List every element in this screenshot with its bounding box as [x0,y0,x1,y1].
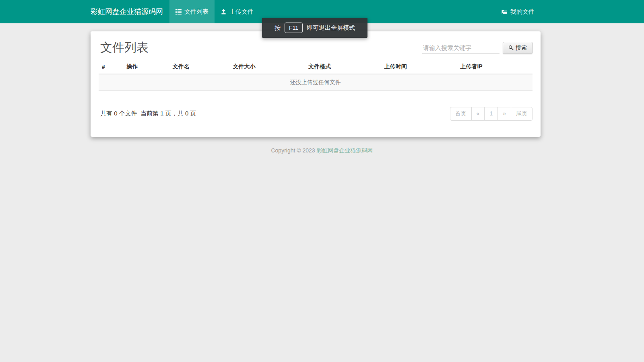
toast-message-text: 即可退出全屏模式 [307,24,355,32]
pagination-item: 1 [485,107,498,121]
summary-text: 页 [188,110,196,117]
panel-footer: 共有 0 个文件 当前第 1 页，共 0 页 首页 « 1 » 尾页 [99,107,533,121]
pagination: 首页 « 1 » 尾页 [450,107,533,121]
pagination-item: 尾页 [511,107,533,121]
f11-key-badge: F11 [285,23,303,33]
column-header-filesize: 文件大小 [230,60,305,74]
page-title: 文件列表 [100,39,149,56]
footer-site-link[interactable]: 彩虹网盘企业猫源码网 [317,147,373,154]
column-header-index: # [99,60,123,74]
nav-item-my-files[interactable]: 我的文件 [495,0,541,23]
column-header-uploader-ip: 上传者IP [457,60,533,74]
panel-header: 文件列表 搜索 [100,39,533,56]
search-input[interactable] [422,42,500,53]
search-bar: 搜索 [422,42,533,54]
summary-total-pages: 0 [185,110,188,117]
list-icon [175,9,182,15]
summary-current-page: 1 [160,110,163,117]
upload-icon [221,9,227,15]
nav-item-label: 我的文件 [510,8,535,16]
search-button[interactable]: 搜索 [503,42,533,54]
pagination-next-button[interactable]: » [497,107,511,121]
page-footer: Copyright © 2023 彩虹网盘企业猫源码网 [0,147,644,154]
fullscreen-exit-toast: 按 F11 即可退出全屏模式 [262,18,367,38]
summary-total-files: 0 [114,110,117,117]
pagination-first-button[interactable]: 首页 [450,107,472,121]
pagination-page-1-button[interactable]: 1 [484,107,498,121]
empty-state-row: 还没上传过任何文件 [99,74,533,91]
nav-item-upload[interactable]: 上传文件 [215,0,260,23]
column-header-actions: 操作 [123,60,169,74]
toast-press-text: 按 [275,24,281,32]
nav-item-label: 文件列表 [184,8,208,16]
search-icon [508,45,514,50]
search-button-label: 搜索 [516,44,527,51]
pagination-item: » [498,107,511,121]
brand-title[interactable]: 彩虹网盘企业猫源码网 [91,0,163,23]
summary-text: 个文件 当前第 [118,110,161,117]
pagination-item: 首页 [450,107,472,121]
summary-text: 共有 [100,110,114,117]
pagination-last-button[interactable]: 尾页 [511,107,533,121]
column-header-upload-time: 上传时间 [381,60,457,74]
table-header-row: # 操作 文件名 文件大小 文件格式 上传时间 上传者IP [99,60,533,74]
nav-item-label: 上传文件 [229,8,254,16]
file-table: # 操作 文件名 文件大小 文件格式 上传时间 上传者IP 还没上传过任何文件 [99,60,533,91]
summary-text: 页，共 [164,110,185,117]
column-header-filename: 文件名 [169,60,230,74]
empty-state-message: 还没上传过任何文件 [99,74,533,91]
pagination-prev-button[interactable]: « [471,107,485,121]
column-header-format: 文件格式 [305,60,381,74]
nav-item-file-list[interactable]: 文件列表 [169,0,215,23]
file-list-panel: 文件列表 搜索 # 操作 文件名 文件大小 文件格式 上传时间 上传者IP [91,31,541,137]
copyright-text: Copyright © 2023 [271,147,316,154]
pagination-item: « [472,107,485,121]
folder-open-icon [502,9,508,15]
file-count-summary: 共有 0 个文件 当前第 1 页，共 0 页 [100,110,196,117]
